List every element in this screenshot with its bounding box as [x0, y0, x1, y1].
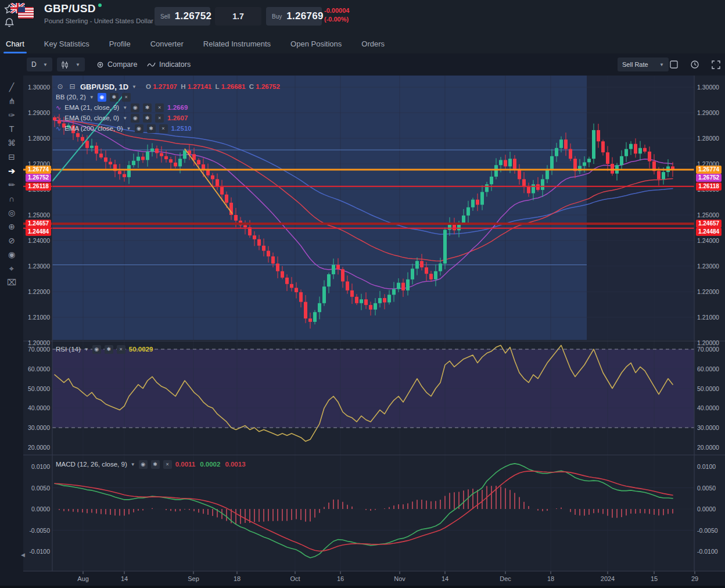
macd-tick: 0.0000 — [697, 505, 716, 512]
price-level-chip[interactable]: 1.26774 — [696, 166, 722, 174]
indicator-eye-icon[interactable]: ◉ — [98, 93, 106, 102]
rsi-eye-icon[interactable]: ◉ — [92, 345, 101, 354]
rsi-close-icon[interactable]: × — [117, 345, 125, 354]
rsi-tick: 20.0000 — [23, 444, 50, 451]
rsi-tick: 50.0000 — [23, 385, 50, 392]
indicator-name: EMA (50, close, 0) — [64, 114, 119, 121]
price-level-chip[interactable]: 1.24657 — [696, 220, 722, 228]
indicator-settings-icon[interactable]: ✱ — [143, 103, 152, 112]
indicator-eye-icon[interactable]: ◉ — [131, 114, 139, 123]
time-tick: Aug — [77, 575, 89, 582]
price-tick: 1.23000 — [697, 263, 719, 270]
macd-value: 0.0011 — [175, 461, 196, 468]
time-tick: 18 — [234, 575, 241, 582]
time-tick: 29 — [691, 575, 698, 582]
trading-app: GBP/USD Pound Sterling - United States D… — [0, 0, 725, 588]
symbol-settings-icon[interactable]: ⊟ — [68, 83, 77, 91]
indicator-wave-icon: ∿ — [56, 114, 61, 122]
price-tick: 1.21000 — [697, 314, 719, 321]
price-tick: 1.29000 — [697, 109, 719, 116]
indicator-settings-icon[interactable]: ✱ — [143, 114, 152, 123]
rsi-tick: 30.0000 — [697, 424, 719, 431]
macd-tick: -0.0050 — [23, 527, 50, 534]
macd-name[interactable]: MACD (12, 26, close, 9) — [56, 461, 127, 468]
indicator-row[interactable]: ∿EMA (21, close, 9)▼◉✱×1.2669 — [56, 102, 280, 113]
indicator-value: 1.2607 — [167, 114, 188, 121]
price-tick: 1.25000 — [697, 211, 719, 218]
indicator-row[interactable]: BB (20, 2)▼◉✱× — [56, 92, 280, 102]
time-tick: Sep — [188, 575, 199, 582]
price-level-chip[interactable]: 1.24484 — [696, 228, 722, 236]
indicator-close-icon[interactable]: × — [159, 124, 168, 133]
macd-tick: 0.0100 — [697, 463, 716, 470]
indicator-eye-icon[interactable]: ◉ — [135, 124, 143, 133]
symbol-menu-icon[interactable]: ⊙ — [56, 83, 64, 91]
rsi-tick: 60.0000 — [23, 365, 50, 372]
price-legend: ⊙ ⊟ GBP/USD, 1D ▼ O 1.27107 H 1.27141 L … — [56, 81, 280, 134]
indicator-close-icon[interactable]: × — [122, 93, 131, 102]
indicator-settings-icon[interactable]: ✱ — [110, 93, 119, 102]
price-level-chip[interactable]: 1.26752 — [26, 174, 51, 182]
price-level-chip[interactable]: 1.26752 — [696, 174, 722, 182]
rsi-tick: 40.0000 — [697, 404, 719, 411]
price-level-chip[interactable]: 1.26774 — [26, 166, 51, 174]
rsi-value: 50.0029 — [129, 346, 153, 353]
indicator-value: 1.2669 — [167, 104, 188, 111]
ohlc-values: O 1.27107 H 1.27141 L 1.26681 C 1.26752 — [146, 83, 280, 90]
rsi-settings-icon[interactable]: ✱ — [105, 345, 113, 354]
rsi-name[interactable]: RSI (14) — [56, 346, 81, 353]
price-tick: 1.29000 — [23, 109, 50, 116]
indicator-name: EMA (21, close, 9) — [64, 104, 119, 111]
time-tick: Dec — [500, 575, 511, 582]
macd-tick: 0.0000 — [23, 505, 50, 512]
price-tick: 1.28000 — [697, 135, 719, 142]
rsi-tick: 20.0000 — [697, 444, 719, 451]
macd-settings-icon[interactable]: ✱ — [151, 460, 160, 469]
indicator-close-icon[interactable]: × — [155, 114, 164, 123]
rsi-tick: 50.0000 — [697, 385, 719, 392]
indicator-wave-icon: ∿ — [56, 125, 61, 132]
indicator-value: 1.2510 — [171, 125, 192, 132]
indicator-row[interactable]: ∿EMA (50, close, 0)▼◉✱×1.2607 — [56, 113, 280, 123]
time-tick: Nov — [394, 575, 405, 582]
price-tick: 1.30000 — [23, 84, 50, 91]
price-tick: 1.23000 — [23, 263, 50, 270]
time-tick: 16 — [337, 575, 344, 582]
price-level-chip[interactable]: 1.26118 — [26, 182, 51, 191]
macd-tick: 0.0050 — [697, 485, 716, 492]
indicator-wave-icon: ∿ — [56, 104, 61, 112]
rsi-tick: 60.0000 — [697, 365, 719, 372]
price-tick: 1.28000 — [23, 135, 50, 142]
rsi-legend: RSI (14) ▼ ◉ ✱ × 50.0029 — [56, 344, 153, 354]
time-tick: 14 — [442, 575, 448, 582]
time-tick: 18 — [547, 575, 554, 582]
price-tick: 1.24000 — [23, 237, 50, 244]
price-tick: 1.22000 — [697, 288, 719, 295]
price-level-chip[interactable]: 1.24484 — [26, 228, 51, 236]
time-tick: 15 — [651, 575, 658, 582]
price-tick: 1.30000 — [697, 84, 719, 91]
rsi-tick: 40.0000 — [23, 404, 50, 411]
price-level-chip[interactable]: 1.26118 — [696, 182, 722, 191]
price-tick: 1.22000 — [23, 288, 50, 295]
macd-eye-icon[interactable]: ◉ — [139, 460, 148, 469]
indicator-name: BB (20, 2) — [56, 94, 86, 101]
indicator-eye-icon[interactable]: ◉ — [131, 103, 139, 112]
price-tick: 1.21000 — [23, 314, 50, 321]
rsi-tick: 30.0000 — [23, 424, 50, 431]
indicator-name: EMA (200, close, 0) — [64, 125, 123, 132]
legend-symbol[interactable]: GBP/USD, 1D — [80, 83, 128, 91]
macd-close-icon[interactable]: × — [163, 460, 172, 469]
macd-tick: -0.0100 — [697, 548, 718, 555]
indicator-close-icon[interactable]: × — [155, 103, 164, 112]
collapse-panel-arrow[interactable]: ◀ — [21, 552, 25, 558]
indicator-row[interactable]: ∿EMA (200, close, 0)▼◉✱×1.2510 — [56, 123, 280, 134]
macd-tick: -0.0050 — [697, 527, 718, 534]
macd-value: 0.0002 — [200, 461, 220, 468]
price-level-chip[interactable]: 1.24657 — [26, 220, 51, 228]
macd-legend: MACD (12, 26, close, 9) ▼ ◉ ✱ × 0.00110.… — [56, 459, 250, 469]
time-tick: 14 — [121, 575, 128, 582]
macd-tick: 0.0050 — [23, 485, 50, 492]
indicator-settings-icon[interactable]: ✱ — [147, 124, 156, 133]
rsi-tick: 70.0000 — [697, 346, 719, 353]
